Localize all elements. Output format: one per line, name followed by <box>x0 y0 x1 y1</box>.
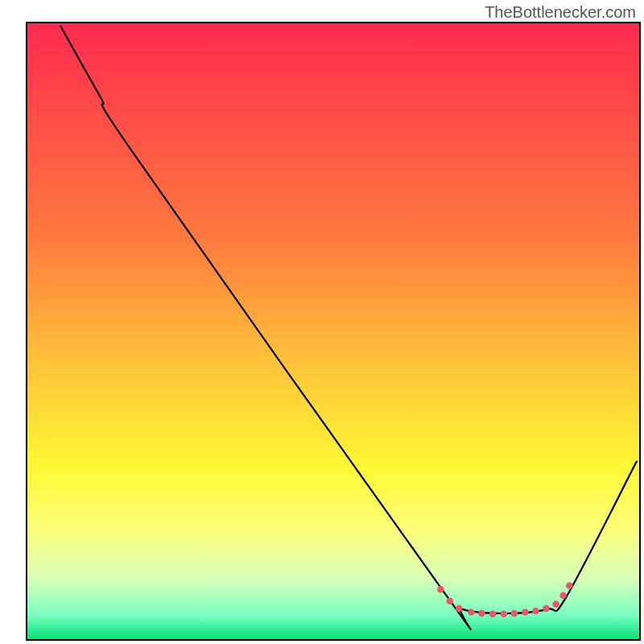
marker-dot <box>437 586 444 593</box>
marker-dot <box>478 610 485 617</box>
marker-dot <box>456 605 463 613</box>
marker-dot <box>559 592 567 599</box>
marker-dot <box>543 605 550 613</box>
marker-dot <box>468 609 475 616</box>
marker-dot <box>510 610 518 617</box>
marker-dot <box>489 610 497 617</box>
gradient-background <box>27 23 640 640</box>
watermark-text: TheBottlenecker.com <box>485 3 636 22</box>
bottleneck-chart: TheBottlenecker.com <box>0 0 644 644</box>
marker-dot <box>446 597 453 605</box>
marker-dot <box>552 601 559 608</box>
marker-dot <box>522 609 529 616</box>
marker-dot <box>532 608 539 615</box>
marker-dot <box>501 610 508 617</box>
chart-svg <box>0 0 644 644</box>
marker-dot <box>566 582 573 589</box>
